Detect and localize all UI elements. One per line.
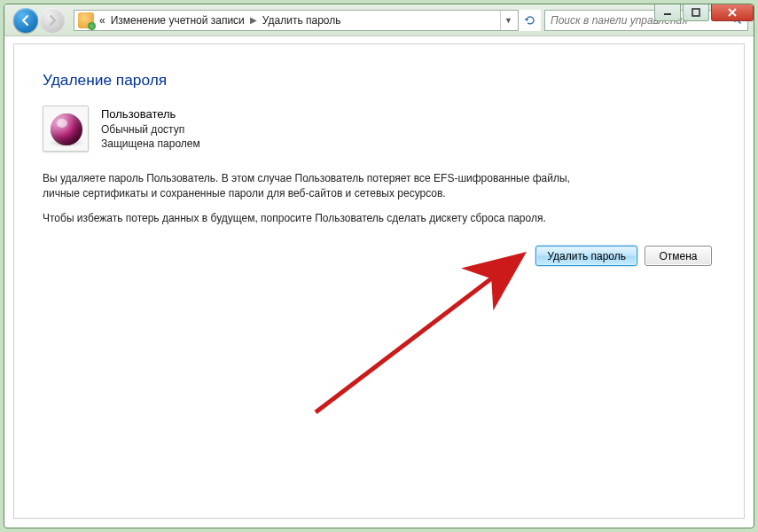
breadcrumb-prefix: « [99,14,105,27]
address-dropdown-icon[interactable]: ▼ [500,11,516,30]
refresh-button[interactable] [518,10,541,31]
body-text: Вы удаляете пароль Пользователь. В этом … [43,171,610,226]
address-bar[interactable]: « Изменение учетной записи ▶ Удалить пар… [74,10,519,31]
minimize-button[interactable] [654,4,681,21]
back-button[interactable] [13,8,38,33]
breadcrumb: « Изменение учетной записи ▶ Удалить пар… [99,14,500,27]
location-icon [78,12,94,28]
svg-rect-1 [692,9,699,16]
cancel-button[interactable]: Отмена [645,246,712,266]
user-protected-status: Защищена паролем [101,137,200,151]
close-button[interactable] [711,4,754,21]
breadcrumb-separator-icon[interactable]: ▶ [250,15,257,25]
maximize-button[interactable] [683,4,709,21]
breadcrumb-level2[interactable]: Удалить пароль [262,14,341,27]
svg-rect-0 [664,13,671,15]
user-info-text: Пользователь Обычный доступ Защищена пар… [101,106,200,151]
content-pane: Удаление пароля Пользователь Обычный дос… [13,43,745,519]
window-frame: « Изменение учетной записи ▶ Удалить пар… [4,4,754,528]
caption-buttons [653,4,754,21]
breadcrumb-level1[interactable]: Изменение учетной записи [111,14,245,27]
delete-password-button[interactable]: Удалить пароль [535,246,637,266]
button-row: Удалить пароль Отмена [43,246,715,266]
page-title: Удаление пароля [43,71,715,90]
user-name: Пользователь [101,106,200,122]
user-avatar [43,106,89,152]
forward-button[interactable] [40,8,65,33]
warning-paragraph-2: Чтобы избежать потерь данных в будущем, … [43,211,610,226]
user-info-row: Пользователь Обычный доступ Защищена пар… [43,106,715,152]
warning-paragraph-1: Вы удаляете пароль Пользователь. В этом … [43,171,610,202]
toolbar: « Изменение учетной записи ▶ Удалить пар… [4,4,754,36]
user-access-level: Обычный доступ [101,122,200,137]
